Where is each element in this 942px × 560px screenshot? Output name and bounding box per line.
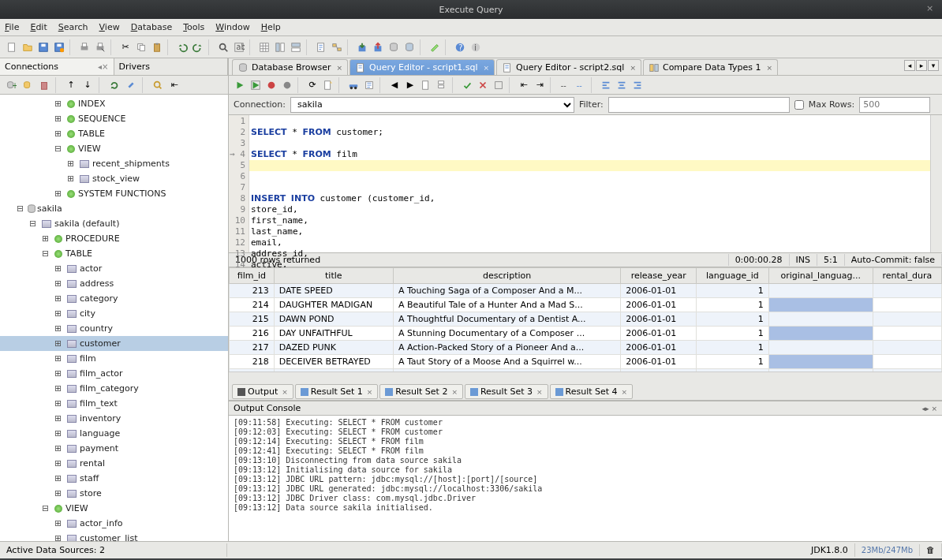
print2-icon[interactable] (93, 40, 107, 54)
col-header[interactable]: description (393, 268, 620, 284)
close-tab-icon[interactable]: × (337, 64, 343, 72)
new-icon[interactable] (5, 40, 19, 54)
tree-item-staff[interactable]: ⊞staff (0, 471, 228, 486)
menu-window[interactable]: Window (215, 22, 249, 32)
uncomment-icon[interactable]: -- (574, 78, 588, 92)
copy-icon[interactable] (134, 40, 148, 54)
conn-add-icon[interactable]: + (4, 78, 18, 92)
tree-item-customer[interactable]: ⊞customer (0, 336, 228, 351)
tab-next-icon[interactable]: ▸ (916, 60, 927, 71)
view2-icon[interactable] (273, 40, 287, 54)
format3-icon[interactable] (630, 78, 645, 92)
col-header[interactable]: film_id (230, 268, 275, 284)
export-icon[interactable] (371, 40, 385, 54)
grid-icon[interactable] (257, 40, 271, 54)
tree-item-city[interactable]: ⊞city (0, 306, 228, 321)
conn-del-icon[interactable] (37, 78, 51, 92)
tree-item-view[interactable]: ⊟VIEW (0, 141, 228, 156)
menu-database[interactable]: Database (131, 22, 173, 32)
commit-icon[interactable] (280, 78, 294, 92)
format2-icon[interactable] (615, 78, 629, 92)
side-tab-connections[interactable]: Connections◂× (0, 58, 114, 75)
save-icon[interactable] (36, 40, 50, 54)
tree-item-sakila[interactable]: ⊟sakila (0, 201, 228, 216)
pin-icon[interactable]: ◂× (98, 62, 108, 71)
tree-item-inventory[interactable]: ⊞inventory (0, 411, 228, 426)
format-icon[interactable] (599, 78, 613, 92)
menu-view[interactable]: View (99, 22, 120, 32)
help-icon[interactable]: ? (453, 40, 467, 54)
table-row[interactable]: 214DAUGHTER MADIGANA Beautiful Tale of a… (230, 298, 942, 312)
editor-tab[interactable]: Database Browser× (232, 59, 348, 75)
tab-list-icon[interactable]: ▾ (928, 60, 939, 71)
editor-tab[interactable]: Compare Data Types 1× (643, 59, 778, 75)
collapse-icon[interactable]: ⇤ (167, 78, 181, 92)
tree-item-stock-view[interactable]: ⊞stock_view (0, 171, 228, 186)
editor-tab[interactable]: Query Editor - script1.sql× (350, 59, 495, 75)
tree-item-customer-list[interactable]: ⊞customer_list (0, 531, 228, 541)
comment-icon[interactable]: -- (558, 78, 572, 92)
menu-help[interactable]: Help (261, 22, 281, 32)
history-icon[interactable]: ⟳ (305, 78, 320, 92)
tree-item-actor[interactable]: ⊞actor (0, 261, 228, 276)
table-row[interactable]: 215DAWN PONDA Thoughtful Documentary of … (230, 312, 942, 327)
hist2-icon[interactable] (435, 78, 449, 92)
tree-item-film-category[interactable]: ⊞film_category (0, 381, 228, 396)
close-tab-icon[interactable]: × (767, 64, 773, 72)
connection-tree[interactable]: ⊞INDEX⊞SEQUENCE⊞TABLE⊟VIEW⊞recent_shipme… (0, 95, 228, 541)
import-icon[interactable] (355, 40, 369, 54)
saveas-icon[interactable] (52, 40, 66, 54)
table-row[interactable]: 216DAY UNFAITHFULA Stunning Documentary … (230, 327, 942, 341)
tree-item-film-actor[interactable]: ⊞film_actor (0, 366, 228, 381)
tree-item-payment[interactable]: ⊞payment (0, 441, 228, 456)
maxrows-check[interactable] (794, 97, 804, 113)
car-icon[interactable] (346, 78, 361, 92)
tree-item-table[interactable]: ⊟TABLE (0, 246, 228, 261)
close-tab-icon[interactable]: × (483, 64, 489, 72)
run-selection-icon[interactable] (249, 78, 263, 92)
paste-icon[interactable] (150, 40, 164, 54)
result-tab[interactable]: Result Set 1× (295, 384, 379, 399)
maxrows-input[interactable] (859, 97, 930, 113)
close-tab-icon[interactable]: × (630, 64, 636, 72)
menu-edit[interactable]: Edit (30, 22, 47, 32)
tx-icon[interactable] (362, 78, 376, 92)
tree-item-index[interactable]: ⊞INDEX (0, 96, 228, 111)
col-header[interactable]: language_id (697, 268, 769, 284)
grid-hscroll[interactable] (229, 371, 942, 383)
open-icon[interactable] (21, 40, 35, 54)
menu-search[interactable]: Search (58, 22, 88, 32)
col-header[interactable]: rental_dura (873, 268, 941, 284)
result-tab-output[interactable]: Output× (232, 384, 293, 399)
table-row[interactable]: 213DATE SPEEDA Touching Saga of a Compos… (230, 284, 942, 298)
menu-file[interactable]: File (5, 22, 19, 32)
sql-editor[interactable]: 123→ 4567891011121314 SELECT * FROM cust… (229, 115, 942, 253)
tree-item-film[interactable]: ⊞film (0, 351, 228, 366)
tree-item-sequence[interactable]: ⊞SEQUENCE (0, 111, 228, 126)
conn-edit-icon[interactable] (21, 78, 35, 92)
shift-right-icon[interactable]: ⇥ (533, 78, 547, 92)
rollback-icon[interactable] (476, 78, 490, 92)
undo-icon[interactable] (175, 40, 189, 54)
close-icon[interactable]: × (926, 3, 937, 14)
shift-left-icon[interactable]: ⇤ (517, 78, 531, 92)
tree-item-view[interactable]: ⊟VIEW (0, 501, 228, 516)
tree-item-table[interactable]: ⊞TABLE (0, 126, 228, 141)
result-grid[interactable]: film_idtitledescriptionrelease_yearlangu… (229, 267, 942, 371)
tab-prev-icon[interactable]: ◂ (904, 60, 915, 71)
filter-input[interactable] (608, 97, 790, 113)
tree-item-recent-shipments[interactable]: ⊞recent_shipments (0, 156, 228, 171)
about-icon[interactable]: i (469, 40, 483, 54)
erd-icon[interactable] (330, 40, 344, 54)
prev-qry-icon[interactable]: ◀ (387, 78, 402, 92)
table-row[interactable]: 219DEEP CRUSADEA Amazing Tale of a Croco… (230, 369, 942, 372)
next-qry-icon[interactable]: ▶ (403, 78, 417, 92)
tree-item-store[interactable]: ⊞store (0, 486, 228, 501)
bookmark-icon[interactable] (321, 78, 335, 92)
dbimport-icon[interactable] (402, 40, 417, 54)
prefs-icon[interactable] (428, 40, 442, 54)
console-close-icon[interactable]: × (931, 405, 937, 413)
tree-item-film-text[interactable]: ⊞film_text (0, 396, 228, 411)
result-tab[interactable]: Result Set 2× (379, 384, 463, 399)
query-icon[interactable] (314, 40, 328, 54)
